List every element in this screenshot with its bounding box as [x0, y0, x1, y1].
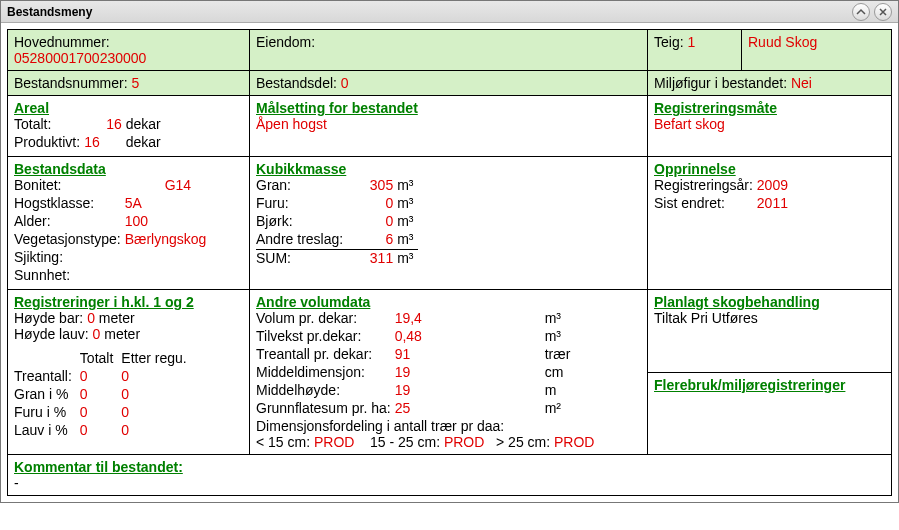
bestandsdel-label: Bestandsdel: — [256, 75, 337, 91]
bestandsdata-cell: Bestandsdata Bonitet: G14 Hogstklasse: 5… — [8, 157, 250, 290]
bonitet-label: Bonitet: — [14, 177, 125, 195]
hkl12-col-totalt: Totalt — [80, 350, 121, 368]
body-row-2: Bestandsdata Bonitet: G14 Hogstklasse: 5… — [8, 157, 891, 290]
planlagt-cell: Planlagt skogbehandling Tiltak Pri Utfør… — [648, 290, 891, 373]
hkl12-hoyde-bar: Høyde bar: 0 meter — [14, 310, 243, 326]
hovednummer-label: Hovednummer: — [14, 34, 243, 50]
areal-totalt-label: Totalt: — [14, 116, 84, 134]
registreringsmaate-title: Registreringsmåte — [654, 100, 885, 116]
bestandsdata-title: Bestandsdata — [14, 161, 243, 177]
miljofigur-value: Nei — [791, 75, 812, 91]
body-row-1: Areal Totalt: 16 dekar Produktivt: 16 de… — [8, 96, 891, 157]
sjikting-label: Sjikting: — [14, 249, 125, 267]
hkl12-col-etter: Etter regu. — [121, 350, 194, 368]
registreringsmaate-cell: Registreringsmåte Befart skog — [648, 96, 891, 157]
table-row: Treantall pr. dekar: 91 trær — [256, 346, 574, 364]
opprinnelse-table: Registreringsår: 2009 Sist endret: 2011 — [654, 177, 792, 213]
bonitet-value: G14 — [125, 177, 211, 195]
hkl12-cell: Registreringer i h.kl. 1 og 2 Høyde bar:… — [8, 290, 250, 455]
bestandsdata-table: Bonitet: G14 Hogstklasse: 5A Alder: 100 … — [14, 177, 210, 285]
kubikkmasse-sum-unit: m³ — [397, 250, 417, 269]
eiendom-label: Eiendom: — [256, 34, 315, 50]
kubikkmasse-table: Gran: 305 m³ Furu: 0 m³ Bjørk: 0 m³ Andr… — [256, 177, 418, 268]
titlebar: Bestandsmeny — [1, 1, 898, 23]
sunnhet-label: Sunnhet: — [14, 267, 125, 285]
bestandsnummer-cell: Bestandsnummer: 5 — [8, 71, 250, 96]
kubikkmasse-title: Kubikkmasse — [256, 161, 641, 177]
collapse-button[interactable] — [852, 3, 870, 21]
bestandsdel-value: 0 — [341, 75, 349, 91]
areal-table: Totalt: 16 dekar Produktivt: 16 dekar — [14, 116, 165, 152]
bestandsnummer-value: 5 — [132, 75, 140, 91]
areal-cell: Areal Totalt: 16 dekar Produktivt: 16 de… — [8, 96, 250, 157]
areal-totalt-value: 16 — [84, 116, 126, 134]
areal-produktivt-unit: dekar — [126, 134, 165, 152]
areal-produktivt-value: 16 — [84, 134, 126, 152]
close-icon — [878, 7, 888, 17]
maalsetting-title: Målsetting for bestandet — [256, 100, 641, 116]
header-row-1: Hovednummer: 05280001700230000 Eiendom: … — [8, 30, 891, 71]
areal-totalt-unit: dekar — [126, 116, 165, 134]
miljofigur-label: Miljøfigur i bestandet: — [654, 75, 787, 91]
sistendret-value: 2011 — [757, 195, 792, 213]
kubikkmasse-sum-row: SUM: 311 m³ — [256, 250, 418, 269]
opprinnelse-title: Opprinnelse — [654, 161, 885, 177]
kommentar-cell: Kommentar til bestandet: - — [8, 455, 891, 495]
teig-cell: Teig: 1 — [648, 30, 742, 71]
kubikkmasse-sum-label: SUM: — [256, 250, 347, 269]
bestandsdel-cell: Bestandsdel: 0 — [250, 71, 648, 96]
table-row: Furu i % 0 0 — [14, 404, 195, 422]
hkl12-table: Totalt Etter regu. Treantall: 0 0 Gran i… — [14, 350, 195, 440]
areal-produktivt-label: Produktivt: — [14, 134, 84, 152]
content: Hovednummer: 05280001700230000 Eiendom: … — [1, 23, 898, 502]
flerebruk-cell: Flerebruk/miljøregistreringer — [648, 373, 891, 456]
header-row-2: Bestandsnummer: 5 Bestandsdel: 0 Miljøfi… — [8, 71, 891, 96]
maalsetting-value: Åpen hogst — [256, 116, 641, 132]
hogstklasse-label: Hogstklasse: — [14, 195, 125, 213]
kubikkmasse-sum-value: 311 — [347, 250, 397, 269]
andre-volumdata-table: Volum pr. dekar: 19,4 m³ Tilvekst pr.dek… — [256, 310, 574, 418]
eiendom-cell: Eiendom: — [250, 30, 648, 71]
dim-label: Dimensjonsfordeling i antall trær pr daa… — [256, 418, 641, 434]
hovednummer-value: 05280001700230000 — [14, 50, 243, 66]
planlagt-title: Planlagt skogbehandling — [654, 294, 885, 310]
registreringsmaate-value: Befart skog — [654, 116, 885, 132]
table-row: Lauv i % 0 0 — [14, 422, 195, 440]
andre-volumdata-title: Andre volumdata — [256, 294, 641, 310]
registreringsaar-label: Registreringsår: — [654, 177, 757, 195]
table-row: Bjørk: 0 m³ — [256, 213, 418, 231]
kommentar-title: Kommentar til bestandet: — [14, 459, 885, 475]
table-row: Middelhøyde: 19 m — [256, 382, 574, 400]
table-row: Furu: 0 m³ — [256, 195, 418, 213]
owner-value: Ruud Skog — [748, 34, 817, 50]
table-row: Andre treslag: 6 m³ — [256, 231, 418, 250]
hkl12-hoyde-lauv: Høyde lauv: 0 meter — [14, 326, 243, 342]
window-title: Bestandsmeny — [7, 5, 92, 19]
chevron-up-icon — [856, 7, 866, 17]
miljofigur-cell: Miljøfigur i bestandet: Nei — [648, 71, 891, 96]
body-row-3: Registreringer i h.kl. 1 og 2 Høyde bar:… — [8, 290, 891, 455]
alder-label: Alder: — [14, 213, 125, 231]
hogstklasse-value: 5A — [125, 195, 211, 213]
teig-label: Teig: — [654, 34, 684, 50]
table-row: Gran: 305 m³ — [256, 177, 418, 195]
registreringsaar-value: 2009 — [757, 177, 792, 195]
flerebruk-title: Flerebruk/miljøregistreringer — [654, 377, 885, 393]
hovednummer-cell: Hovednummer: 05280001700230000 — [8, 30, 250, 71]
kubikkmasse-cell: Kubikkmasse Gran: 305 m³ Furu: 0 m³ Bjør… — [250, 157, 648, 290]
window: Bestandsmeny Hovednummer: 05280001700230… — [0, 0, 899, 503]
opprinnelse-cell: Opprinnelse Registreringsår: 2009 Sist e… — [648, 157, 891, 290]
table-row: Volum pr. dekar: 19,4 m³ — [256, 310, 574, 328]
table-row: Middeldimensjon: 19 cm — [256, 364, 574, 382]
vegetasjonstype-value: Bærlyngskog — [125, 231, 211, 249]
andre-volumdata-cell: Andre volumdata Volum pr. dekar: 19,4 m³… — [250, 290, 648, 455]
close-button[interactable] — [874, 3, 892, 21]
table-row: Grunnflatesum pr. ha: 25 m² — [256, 400, 574, 418]
hkl12-title: Registreringer i h.kl. 1 og 2 — [14, 294, 243, 310]
maalsetting-cell: Målsetting for bestandet Åpen hogst — [250, 96, 648, 157]
sistendret-label: Sist endret: — [654, 195, 757, 213]
table-row: Treantall: 0 0 — [14, 368, 195, 386]
bestandsnummer-label: Bestandsnummer: — [14, 75, 128, 91]
alder-value: 100 — [125, 213, 211, 231]
areal-title: Areal — [14, 100, 243, 116]
